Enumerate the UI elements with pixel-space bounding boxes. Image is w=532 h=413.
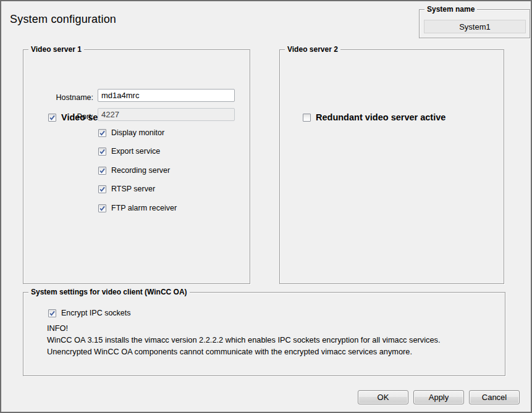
system-name-field[interactable]: System1	[424, 20, 526, 33]
service-row-display-monitor[interactable]: Display monitor	[98, 128, 164, 137]
recording-server-label: Recording server	[111, 166, 170, 175]
system-name-group-label: System name	[424, 5, 477, 14]
system-name-group: System name System1	[419, 9, 530, 38]
system-settings-group-label: System settings for video client (WinCC …	[28, 288, 190, 296]
system-configuration-dialog: { "dialog": { "title": "System configura…	[0, 0, 532, 413]
rtsp-server-checkbox[interactable]	[98, 185, 106, 193]
video-server-1-group: Video server 1 Video server active Hostn…	[23, 49, 250, 284]
encrypt-ipc-checkbox[interactable]	[48, 309, 56, 317]
page-title: System configuration	[10, 13, 116, 26]
info-line-1: WinCC OA 3.15 installs the vimacc versio…	[47, 334, 441, 346]
redundant-video-server-row[interactable]: Redundant video server active	[303, 113, 445, 122]
rtsp-server-label: RTSP server	[111, 185, 155, 193]
info-line-2: Unencrypted WinCC OA components cannot c…	[47, 346, 441, 357]
ftp-alarm-receiver-checkbox[interactable]	[98, 204, 106, 212]
hostname-input[interactable]	[98, 89, 235, 102]
redundant-video-server-checkbox[interactable]	[303, 114, 311, 122]
checkmark-icon	[99, 186, 106, 193]
info-block: INFO! WinCC OA 3.15 installs the vimacc …	[47, 322, 441, 357]
port-input[interactable]	[98, 108, 235, 121]
service-row-rtsp-server[interactable]: RTSP server	[98, 185, 155, 193]
redundant-video-server-label: Redundant video server active	[316, 113, 445, 122]
checkmark-icon	[99, 130, 106, 136]
system-settings-group: System settings for video client (WinCC …	[23, 292, 505, 376]
ok-button[interactable]: OK	[358, 390, 408, 404]
apply-button[interactable]: Apply	[413, 390, 464, 404]
cancel-button[interactable]: Cancel	[469, 390, 520, 404]
recording-server-checkbox[interactable]	[98, 167, 106, 175]
service-row-recording-server[interactable]: Recording server	[98, 166, 170, 175]
checkmark-icon	[49, 310, 56, 317]
display-monitor-checkbox[interactable]	[98, 129, 106, 137]
port-label: Port:	[28, 112, 93, 121]
video-server-1-group-label: Video server 1	[28, 45, 84, 54]
checkmark-icon	[99, 148, 106, 155]
export-service-checkbox[interactable]	[98, 148, 106, 156]
export-service-label: Export service	[111, 147, 160, 156]
checkmark-icon	[99, 167, 106, 174]
info-title: INFO!	[47, 322, 441, 334]
display-monitor-label: Display monitor	[111, 128, 164, 137]
checkmark-icon	[99, 205, 106, 212]
ftp-alarm-receiver-label: FTP alarm receiver	[111, 204, 177, 212]
video-server-2-group: Video server 2 Redundant video server ac…	[279, 49, 504, 284]
service-row-export-service[interactable]: Export service	[98, 147, 160, 156]
encrypt-ipc-label: Encrypt IPC sockets	[61, 309, 131, 317]
encrypt-ipc-row[interactable]: Encrypt IPC sockets	[48, 309, 131, 317]
service-row-ftp-alarm-receiver[interactable]: FTP alarm receiver	[98, 204, 177, 212]
video-server-2-group-label: Video server 2	[285, 45, 340, 54]
hostname-label: Hostname:	[28, 93, 93, 102]
